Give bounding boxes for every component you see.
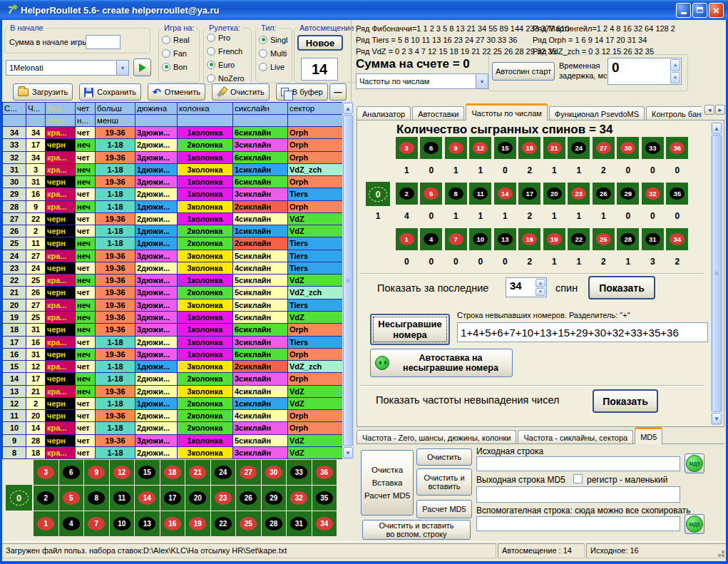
radio-live[interactable]: Live bbox=[259, 61, 292, 73]
board-number-18[interactable]: 18 bbox=[160, 460, 185, 485]
clear-paste-aux-button[interactable]: Очистить и вставить во вспом. строку bbox=[362, 520, 471, 540]
board-number-12[interactable]: 12 bbox=[110, 460, 135, 485]
board-number-26[interactable]: 26 bbox=[236, 486, 261, 511]
board-number-36[interactable]: 36 bbox=[312, 460, 337, 485]
calc-md5-button[interactable]: Расчет MD5 bbox=[416, 500, 472, 518]
board-number-34[interactable]: 34 bbox=[312, 511, 337, 536]
board-number-29[interactable]: 29 bbox=[262, 486, 287, 511]
board-number-25[interactable]: 25 bbox=[236, 511, 261, 536]
missed-numbers-field[interactable] bbox=[457, 322, 708, 342]
analysis-tab-1[interactable]: Автоставки bbox=[412, 106, 464, 121]
board-number-33[interactable]: 33 bbox=[287, 460, 312, 485]
board-number-30[interactable]: 30 bbox=[262, 460, 287, 485]
scroll-down-button[interactable] bbox=[343, 447, 353, 458]
spinner-up-icon[interactable] bbox=[670, 59, 680, 71]
tab-scroll-right-icon[interactable]: ► bbox=[715, 105, 725, 115]
collapse-button[interactable]: — bbox=[329, 83, 347, 101]
scroll-up-button[interactable] bbox=[712, 123, 722, 134]
board-number-20[interactable]: 20 bbox=[185, 486, 210, 511]
board-number-14[interactable]: 14 bbox=[135, 486, 160, 511]
register-checkbox[interactable] bbox=[573, 474, 583, 483]
toolbar-undo-button[interactable]: Отменить bbox=[148, 83, 205, 101]
radio-bon[interactable]: Bon bbox=[162, 61, 199, 73]
board-number-1[interactable]: 1 bbox=[34, 511, 58, 536]
board-number-15[interactable]: 15 bbox=[135, 460, 160, 485]
minimize-button[interactable] bbox=[676, 3, 691, 18]
autobet-missed-button[interactable]: Автоставка на несыгравшие номера bbox=[370, 349, 513, 377]
bottom-tab-2[interactable]: MD5 bbox=[635, 427, 662, 444]
analysis-tab-3[interactable]: Функционал PsevdoMS bbox=[549, 106, 645, 121]
board-number-3[interactable]: 3 bbox=[34, 460, 58, 485]
radio-nozero[interactable]: NoZero bbox=[207, 72, 251, 84]
spinner-down-icon[interactable] bbox=[670, 72, 680, 84]
chevron-down-icon[interactable] bbox=[476, 74, 488, 88]
board-number-2[interactable]: 2 bbox=[34, 486, 58, 511]
board-number-35[interactable]: 35 bbox=[312, 486, 337, 511]
board-number-8[interactable]: 8 bbox=[84, 486, 109, 511]
board-number-5[interactable]: 5 bbox=[59, 486, 84, 511]
board-number-19[interactable]: 19 bbox=[185, 511, 210, 536]
output-string-field[interactable] bbox=[476, 486, 680, 503]
board-number-28[interactable]: 28 bbox=[262, 511, 287, 536]
tab-scroll-left-icon[interactable]: ◄ bbox=[704, 105, 714, 115]
scrollbar-thumb[interactable] bbox=[343, 115, 353, 446]
show-last-spinner[interactable]: 34 bbox=[506, 277, 547, 297]
radio-euro[interactable]: Euro bbox=[207, 58, 251, 71]
md5-calc-icon-button[interactable] bbox=[685, 453, 704, 473]
board-number-31[interactable]: 31 bbox=[287, 511, 312, 536]
radio-real[interactable]: Real bbox=[162, 34, 199, 46]
board-number-7[interactable]: 7 bbox=[84, 511, 109, 536]
toolbar-save-floppy-button[interactable]: Сохранить bbox=[79, 83, 141, 101]
md5-main-button[interactable]: Очистка Вставка Расчет MD5 bbox=[361, 450, 414, 516]
clear-button[interactable]: Очистить bbox=[416, 448, 472, 466]
analysis-tab-0[interactable]: Анализатор bbox=[357, 106, 411, 121]
scroll-up-button[interactable] bbox=[343, 103, 353, 114]
board-number-27[interactable]: 27 bbox=[236, 460, 261, 485]
board-number-13[interactable]: 13 bbox=[135, 511, 160, 536]
delay-spinner[interactable]: 0 bbox=[607, 58, 682, 85]
board-number-4[interactable]: 4 bbox=[59, 511, 84, 536]
source-string-field[interactable] bbox=[476, 456, 680, 471]
radio-pro[interactable]: Pro bbox=[207, 31, 251, 43]
board-number-11[interactable]: 11 bbox=[110, 486, 135, 511]
toolbar-copy-button[interactable]: В буфер bbox=[276, 83, 328, 101]
board-number-22[interactable]: 22 bbox=[211, 511, 236, 536]
board-number-17[interactable]: 17 bbox=[160, 486, 185, 511]
mode-combo[interactable]: Частоты по числам bbox=[356, 73, 488, 89]
radio-multi[interactable]: Multi bbox=[259, 47, 292, 59]
radio-fan[interactable]: Fan bbox=[162, 47, 199, 59]
analysis-tab-4[interactable]: Контроль банкро bbox=[646, 106, 702, 121]
board-number-9[interactable]: 9 bbox=[84, 460, 109, 485]
scroll-down-button[interactable] bbox=[712, 413, 722, 424]
preset-combo[interactable]: 1Melonati bbox=[6, 60, 129, 76]
resize-grip[interactable] bbox=[722, 554, 724, 557]
board-number-32[interactable]: 32 bbox=[287, 486, 312, 511]
close-button[interactable] bbox=[709, 3, 724, 18]
aux-string-field[interactable] bbox=[476, 516, 680, 531]
show-button[interactable]: Показать bbox=[588, 276, 655, 299]
play-button[interactable] bbox=[133, 58, 151, 76]
board-number-21[interactable]: 21 bbox=[185, 460, 210, 485]
scrollbar-thumb[interactable] bbox=[712, 135, 722, 412]
missed-numbers-button[interactable]: Несыгравшие номера bbox=[370, 314, 450, 345]
radio-french[interactable]: French bbox=[207, 45, 251, 57]
show-missing-freq-button[interactable]: Показать bbox=[593, 389, 658, 413]
spinner-down-icon[interactable] bbox=[535, 288, 545, 297]
board-number-6[interactable]: 6 bbox=[59, 460, 84, 485]
board-number-10[interactable]: 10 bbox=[110, 511, 135, 536]
board-number-24[interactable]: 24 bbox=[211, 460, 236, 485]
spinner-up-icon[interactable] bbox=[535, 279, 545, 287]
maximize-button[interactable] bbox=[692, 3, 707, 18]
autospin-start-button[interactable]: Автоспин старт bbox=[492, 62, 555, 81]
new-button[interactable]: Новое bbox=[297, 35, 343, 51]
radio-singl[interactable]: Singl bbox=[259, 34, 292, 46]
panel-scrollbar[interactable] bbox=[711, 122, 722, 425]
md5-aux-icon-button[interactable] bbox=[685, 514, 704, 534]
board-number-0[interactable]: 0 bbox=[6, 485, 32, 511]
clear-paste-button[interactable]: Очистить и вставить bbox=[416, 468, 472, 496]
start-sum-input[interactable] bbox=[86, 35, 121, 49]
bottom-tab-0[interactable]: Частота - Zero, шансы, дюжины, колонки bbox=[357, 430, 516, 444]
analysis-tab-2[interactable]: Частоты по числам bbox=[466, 103, 547, 121]
board-number-23[interactable]: 23 bbox=[211, 486, 236, 511]
table-scrollbar[interactable] bbox=[342, 102, 354, 459]
